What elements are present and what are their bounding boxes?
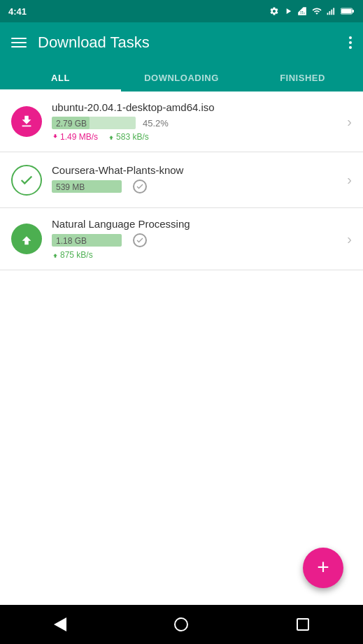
task-info: Natural Language Processing 1.18 GB 875 … bbox=[52, 218, 341, 260]
svg-rect-2 bbox=[331, 10, 332, 15]
speed-down: 1.49 MB/s bbox=[52, 132, 98, 142]
task-name: Coursera-What-Plants-know bbox=[52, 164, 341, 176]
svg-rect-5 bbox=[341, 9, 352, 13]
task-item[interactable]: ubuntu-20.04.1-desktop-amd64.iso 2.79 GB… bbox=[0, 92, 363, 152]
status-time: 4:41 bbox=[8, 6, 27, 17]
svg-rect-6 bbox=[353, 10, 354, 13]
svg-rect-3 bbox=[333, 8, 334, 15]
battery-icon bbox=[341, 7, 355, 15]
progress-size: 2.79 GB bbox=[52, 119, 91, 129]
progress-bar: 2.79 GB bbox=[52, 117, 136, 129]
app-bar: Download Tasks bbox=[0, 22, 363, 63]
svg-rect-0 bbox=[327, 13, 329, 15]
back-icon bbox=[54, 617, 66, 631]
progress-size: 539 MB bbox=[52, 182, 89, 192]
progress-bar: 1.18 GB bbox=[52, 234, 122, 247]
status-bar: 4:41 bbox=[0, 0, 363, 22]
svg-rect-1 bbox=[329, 11, 331, 15]
settings-icon bbox=[269, 6, 279, 16]
task-name: Natural Language Processing bbox=[52, 218, 341, 230]
home-button[interactable] bbox=[174, 617, 188, 631]
wifi-icon bbox=[311, 6, 322, 16]
task-info: ubuntu-20.04.1-desktop-amd64.iso 2.79 GB… bbox=[52, 101, 341, 142]
task-chevron-icon: › bbox=[347, 172, 352, 188]
check-badge bbox=[133, 233, 147, 247]
play-icon bbox=[283, 6, 293, 16]
task-icon-seeding bbox=[11, 224, 42, 254]
add-icon: + bbox=[317, 557, 329, 578]
progress-size: 1.18 GB bbox=[52, 236, 91, 246]
speed-row: 1.49 MB/s 583 kB/s bbox=[52, 132, 341, 142]
task-item[interactable]: Natural Language Processing 1.18 GB 875 … bbox=[0, 208, 363, 270]
signal-icon bbox=[327, 6, 336, 16]
task-icon-completed bbox=[11, 165, 42, 196]
progress-percent: 45.2% bbox=[143, 118, 169, 129]
speed-up: 583 kB/s bbox=[108, 132, 149, 142]
progress-bar: 539 MB bbox=[52, 180, 122, 193]
task-info: Coursera-What-Plants-know 539 MB bbox=[52, 164, 341, 196]
task-list: ubuntu-20.04.1-desktop-amd64.iso 2.79 GB… bbox=[0, 92, 363, 270]
home-icon bbox=[174, 617, 188, 631]
task-icon-downloading bbox=[11, 106, 42, 137]
sim-icon bbox=[297, 6, 307, 16]
back-button[interactable] bbox=[54, 617, 66, 631]
recents-button[interactable] bbox=[297, 618, 309, 631]
speed-row: 875 kB/s bbox=[52, 250, 341, 260]
tabs-bar: ALL DOWNLOADING FINISHED bbox=[0, 63, 363, 92]
add-download-button[interactable]: + bbox=[303, 548, 343, 588]
app-title: Download Tasks bbox=[38, 34, 338, 52]
tab-all[interactable]: ALL bbox=[0, 63, 121, 92]
progress-row: 1.18 GB bbox=[52, 233, 341, 247]
progress-row: 2.79 GB 45.2% bbox=[52, 117, 341, 129]
tab-finished[interactable]: FINISHED bbox=[242, 63, 363, 92]
menu-button[interactable] bbox=[11, 38, 27, 47]
status-icons bbox=[269, 6, 355, 16]
recents-icon bbox=[297, 618, 309, 631]
tab-downloading[interactable]: DOWNLOADING bbox=[121, 63, 242, 92]
more-options-button[interactable] bbox=[349, 36, 352, 49]
progress-row: 539 MB bbox=[52, 180, 341, 193]
task-item[interactable]: Coursera-What-Plants-know 539 MB › bbox=[0, 152, 363, 208]
speed-up: 875 kB/s bbox=[52, 250, 93, 260]
check-badge bbox=[133, 180, 147, 193]
task-chevron-icon: › bbox=[347, 231, 352, 247]
task-name: ubuntu-20.04.1-desktop-amd64.iso bbox=[52, 101, 341, 113]
nav-bar bbox=[0, 605, 363, 644]
task-chevron-icon: › bbox=[347, 114, 352, 130]
